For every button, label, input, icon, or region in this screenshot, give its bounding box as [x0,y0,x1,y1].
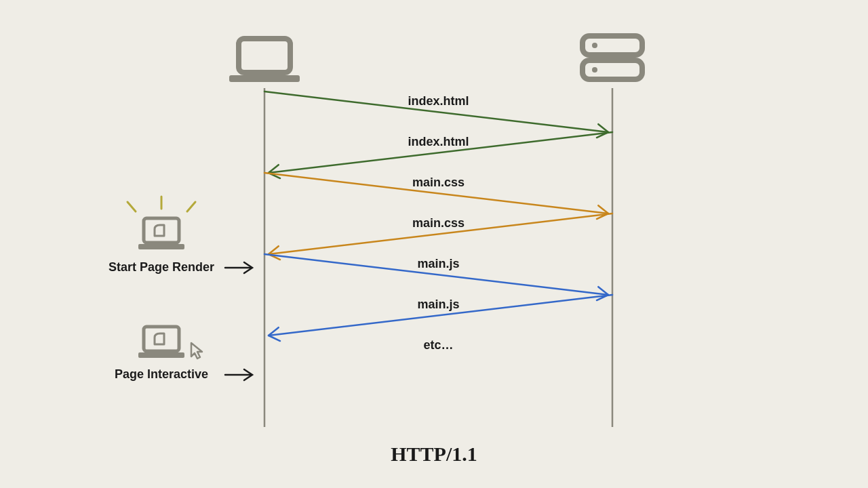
laptop-icon [229,39,300,82]
svg-rect-6 [144,218,179,243]
svg-rect-2 [583,36,642,55]
svg-rect-12 [144,327,179,351]
sequence-diagram: index.htmlindex.htmlmain.cssmain.cssmain… [0,0,868,488]
message-label: main.css [412,216,465,230]
svg-line-8 [127,202,136,211]
milestone-label: Start Page Render [108,260,214,274]
message-label: main.css [412,176,465,189]
laptop-render-icon [127,197,195,249]
diagram-title: HTTP/1.1 [391,443,477,465]
message-label: main.js [417,298,459,311]
svg-point-5 [592,67,597,73]
laptop-interactive-icon [138,327,202,359]
milestone-interactive: Page Interactive [115,327,252,381]
message-label: index.html [408,94,469,108]
server-icon [583,36,642,79]
milestone-arrow [225,262,252,273]
svg-rect-7 [138,244,184,249]
sparkle-icon [127,197,195,211]
message-label: etc… [423,338,453,352]
svg-rect-0 [239,39,290,73]
svg-rect-1 [229,75,300,82]
message-arrows: index.htmlindex.htmlmain.cssmain.cssmain… [264,92,612,352]
svg-rect-13 [138,352,184,358]
milestone-label: Page Interactive [115,367,208,381]
message-label: main.js [417,257,459,270]
svg-point-3 [592,43,597,48]
svg-line-10 [187,202,195,211]
milestone-arrow [225,369,252,380]
cursor-icon [191,343,202,359]
milestone-render: Start Page Render [108,197,252,274]
svg-rect-4 [583,60,642,79]
message-label: index.html [408,135,469,148]
